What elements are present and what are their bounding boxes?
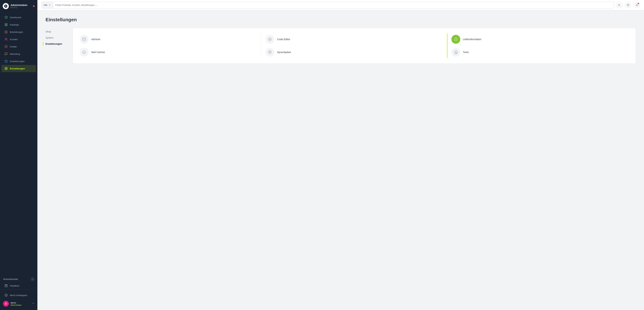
- code-editor-icon: [268, 37, 272, 41]
- svg-point-13: [6, 68, 7, 69]
- app-title: Administration: [10, 4, 31, 7]
- svg-rect-4: [6, 24, 7, 24]
- app-logo: [3, 3, 9, 9]
- extension-item-lieferinformation[interactable]: Lieferinformation: [450, 34, 630, 45]
- notification-dot: [33, 5, 35, 7]
- mail-catcher-label: Mail Catcher: [91, 51, 105, 54]
- sidebar-item-label: Marketing: [10, 53, 20, 55]
- bestellungen-icon: [4, 30, 8, 34]
- tools-icon-wrapper: [452, 48, 460, 57]
- sidebar-item-label: Kataloge: [10, 24, 19, 26]
- add-sales-channel-button[interactable]: +: [31, 277, 34, 281]
- sidebar: Administration 6.4.17.2 Dashboard: [0, 0, 38, 310]
- tools-label: Tools: [463, 51, 469, 54]
- extension-item-code-editor[interactable]: Code Editor: [264, 34, 444, 45]
- headless-icon: [4, 284, 8, 287]
- settings-nav: Shop System Erweiterungen: [46, 28, 73, 64]
- svg-point-24: [455, 52, 456, 53]
- adminer-icon: [82, 37, 86, 41]
- settings-nav-erweiterungen[interactable]: Erweiterungen: [46, 41, 73, 47]
- code-editor-label: Code Editor: [277, 38, 290, 41]
- avatar: D: [3, 301, 9, 306]
- search-container: Alle: [42, 2, 614, 9]
- erweiterungen-icon: [4, 60, 8, 63]
- svg-rect-3: [5, 24, 6, 24]
- tools-icon: [454, 50, 458, 54]
- mail-catcher-icon-wrapper: [80, 48, 88, 57]
- user-profile[interactable]: D demo Administrator: [0, 299, 38, 309]
- sprachpaket-label: Sprachpaket: [277, 51, 291, 54]
- extension-col-2: Code Editor Sprachpaket: [264, 34, 444, 58]
- extension-grid: Adminer Mail Catcher: [78, 34, 630, 58]
- extension-item-mail-catcher[interactable]: Mail Catcher: [78, 47, 258, 58]
- svg-point-19: [82, 38, 86, 39]
- svg-point-15: [5, 294, 8, 296]
- help-icon: [627, 4, 630, 7]
- app-info: Administration 6.4.17.2: [10, 4, 31, 9]
- help-button[interactable]: [625, 2, 631, 8]
- sidebar-item-label: Bestellungen: [10, 31, 23, 33]
- search-icon: [618, 4, 620, 7]
- settings-layout: Shop System Erweiterungen: [46, 28, 636, 64]
- kataloge-icon: [4, 23, 8, 26]
- extension-item-sprachpaket[interactable]: Sprachpaket: [264, 47, 444, 58]
- sidebar-item-einstellungen[interactable]: Einstellungen: [1, 65, 36, 72]
- app-version: 6.4.17.2: [10, 7, 31, 9]
- user-chevron-icon: [32, 302, 34, 305]
- marketing-icon: [4, 52, 8, 56]
- sidebar-item-kunden[interactable]: Kunden: [1, 36, 36, 43]
- chevron-down-icon: [48, 4, 51, 6]
- svg-rect-9: [5, 45, 7, 48]
- main-content: Alle: [38, 0, 644, 310]
- sidebar-item-bestellungen[interactable]: Bestellungen: [1, 29, 36, 36]
- menu-collapse-button[interactable]: Menü einklappen: [1, 292, 36, 298]
- sidebar-item-label: Dashboard: [10, 16, 21, 19]
- extension-col-3: Lieferinformation Tools: [450, 34, 630, 58]
- topbar-actions: [616, 2, 640, 8]
- svg-rect-5: [5, 25, 6, 26]
- sidebar-item-erweiterungen[interactable]: Erweiterungen: [1, 58, 36, 65]
- sidebar-item-label: Einstellungen: [10, 67, 25, 70]
- inhalte-icon: [4, 45, 8, 48]
- page-content: Einstellungen Shop System Erweiterungen: [38, 10, 644, 310]
- user-info: demo Administrator: [10, 301, 30, 306]
- col-divider-1: [261, 34, 262, 58]
- svg-point-23: [454, 51, 458, 54]
- extension-item-tools[interactable]: Tools: [450, 47, 630, 58]
- collapse-icon: [4, 293, 8, 297]
- adminer-icon-wrapper: [80, 35, 88, 44]
- headless-label: Headless: [10, 284, 20, 287]
- search-filter-button[interactable]: Alle: [42, 2, 53, 8]
- kunden-icon: [4, 38, 8, 41]
- settings-content: Adminer Mail Catcher: [73, 28, 636, 64]
- dashboard-icon: [4, 16, 8, 19]
- sidebar-item-kataloge[interactable]: Kataloge: [1, 21, 36, 28]
- user-name: demo: [10, 301, 30, 304]
- svg-point-8: [5, 38, 6, 39]
- search-button[interactable]: [616, 2, 622, 8]
- extension-item-adminer[interactable]: Adminer: [78, 34, 258, 45]
- sidebar-item-label: Erweiterungen: [10, 60, 25, 63]
- lieferinformation-icon: [454, 37, 458, 41]
- lieferinformation-label: Lieferinformation: [463, 38, 481, 41]
- notification-badge: [638, 3, 639, 4]
- sales-channels-header: Verkaufskanäle +: [0, 275, 38, 282]
- notification-button[interactable]: [634, 2, 640, 8]
- extension-col-1: Adminer Mail Catcher: [78, 34, 258, 58]
- einstellungen-icon: [4, 67, 8, 70]
- user-role: Administrator: [10, 304, 30, 306]
- sidebar-footer: Menü einklappen D demo Administrator: [0, 289, 38, 310]
- settings-nav-shop[interactable]: Shop: [46, 29, 73, 35]
- search-input[interactable]: [53, 4, 614, 6]
- sidebar-item-marketing[interactable]: Marketing: [1, 50, 36, 58]
- settings-nav-system[interactable]: System: [46, 35, 73, 41]
- sidebar-item-dashboard[interactable]: Dashboard: [1, 14, 36, 21]
- svg-point-16: [618, 4, 620, 6]
- sidebar-item-inhalte[interactable]: Inhalte: [1, 43, 36, 50]
- sidebar-item-label: Inhalte: [10, 45, 17, 48]
- sprachpaket-icon-wrapper: [266, 48, 274, 57]
- sidebar-item-headless[interactable]: Headless: [1, 282, 36, 289]
- adminer-label: Adminer: [91, 38, 100, 41]
- lieferinformation-icon-wrapper: [452, 35, 460, 44]
- svg-point-1: [5, 6, 6, 7]
